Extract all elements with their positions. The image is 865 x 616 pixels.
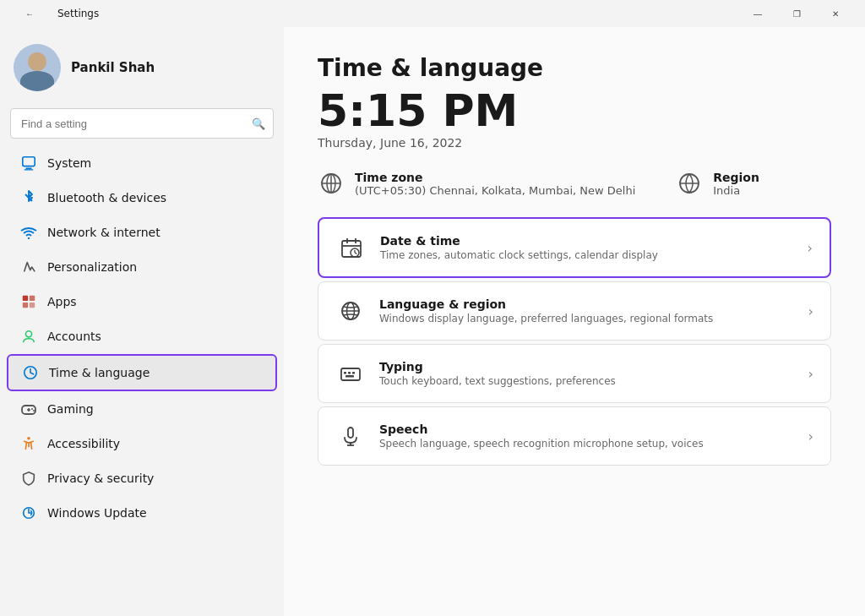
svg-point-5 bbox=[28, 237, 30, 239]
sidebar-item-update[interactable]: Windows Update bbox=[7, 496, 277, 530]
language-icon bbox=[335, 296, 366, 326]
gaming-icon bbox=[20, 401, 37, 417]
svg-rect-40 bbox=[348, 428, 353, 438]
region-label: Region bbox=[713, 171, 759, 184]
sidebar-item-personalization[interactable]: Personalization bbox=[7, 250, 277, 284]
date-time-desc: Time zones, automatic clock settings, ca… bbox=[380, 249, 794, 261]
date-time-text: Date & time Time zones, automatic clock … bbox=[380, 234, 794, 261]
svg-rect-36 bbox=[344, 372, 346, 374]
language-text: Language & region Windows display langua… bbox=[379, 297, 795, 324]
time-icon bbox=[22, 364, 39, 381]
avatar-image bbox=[14, 44, 61, 91]
sidebar-item-apps[interactable]: Apps bbox=[7, 285, 277, 319]
minimize-button[interactable]: — bbox=[738, 0, 777, 27]
titlebar: ← Settings — ❐ ✕ bbox=[0, 0, 865, 27]
current-date: Thursday, June 16, 2022 bbox=[318, 136, 831, 150]
typing-desc: Touch keyboard, text suggestions, prefer… bbox=[379, 375, 795, 387]
accounts-icon bbox=[20, 328, 37, 345]
sidebar-item-label-time: Time & language bbox=[49, 366, 150, 379]
timezone-value: (UTC+05:30) Chennai, Kolkata, Mumbai, Ne… bbox=[355, 184, 635, 197]
content-area: Time & language 5:15 PM Thursday, June 1… bbox=[284, 27, 865, 616]
svg-point-15 bbox=[31, 408, 33, 410]
date-time-title: Date & time bbox=[380, 234, 794, 248]
timezone-text: Time zone (UTC+05:30) Chennai, Kolkata, … bbox=[355, 171, 635, 197]
sidebar-item-gaming[interactable]: Gaming bbox=[7, 392, 277, 426]
sidebar: Pankil Shah 🔍 System Bluetooth & devices bbox=[0, 27, 284, 616]
search-icon: 🔍 bbox=[252, 117, 265, 130]
info-bar: Time zone (UTC+05:30) Chennai, Kolkata, … bbox=[318, 170, 831, 197]
user-name: Pankil Shah bbox=[71, 60, 155, 75]
svg-rect-1 bbox=[25, 167, 31, 169]
close-button[interactable]: ✕ bbox=[816, 0, 855, 27]
svg-point-16 bbox=[33, 410, 35, 412]
region-icon bbox=[676, 170, 703, 197]
sidebar-item-network[interactable]: Network & internet bbox=[7, 215, 277, 249]
accessibility-icon bbox=[20, 435, 37, 452]
svg-point-10 bbox=[25, 331, 31, 337]
speech-desc: Speech language, speech recognition micr… bbox=[379, 438, 795, 450]
current-time: 5:15 PM bbox=[318, 89, 831, 133]
speech-arrow: › bbox=[808, 428, 813, 444]
timezone-icon bbox=[318, 170, 345, 197]
sidebar-item-label-network: Network & internet bbox=[47, 226, 160, 239]
date-time-arrow: › bbox=[808, 240, 813, 256]
svg-rect-2 bbox=[24, 169, 34, 170]
language-title: Language & region bbox=[379, 297, 795, 311]
sidebar-item-label-bluetooth: Bluetooth & devices bbox=[47, 191, 166, 204]
svg-rect-39 bbox=[345, 375, 354, 378]
sidebar-item-time[interactable]: Time & language bbox=[7, 354, 277, 391]
svg-point-17 bbox=[27, 437, 30, 440]
typing-title: Typing bbox=[379, 360, 795, 373]
apps-icon bbox=[20, 293, 37, 310]
system-icon bbox=[20, 155, 37, 172]
maximize-button[interactable]: ❐ bbox=[777, 0, 816, 27]
timezone-label: Time zone bbox=[355, 171, 635, 184]
svg-rect-38 bbox=[352, 372, 355, 374]
language-arrow: › bbox=[808, 303, 813, 319]
page-title: Time & language bbox=[318, 54, 831, 82]
sidebar-item-label-privacy: Privacy & security bbox=[47, 472, 154, 485]
setting-card-speech[interactable]: Speech Speech language, speech recogniti… bbox=[318, 406, 831, 466]
sidebar-item-label-personalization: Personalization bbox=[47, 260, 137, 274]
speech-text: Speech Speech language, speech recogniti… bbox=[379, 422, 795, 450]
svg-rect-37 bbox=[348, 372, 351, 374]
svg-rect-8 bbox=[23, 303, 28, 308]
svg-rect-6 bbox=[23, 296, 28, 301]
region-text: Region India bbox=[713, 171, 759, 197]
typing-icon bbox=[335, 358, 366, 389]
language-desc: Windows display language, preferred lang… bbox=[379, 313, 795, 324]
settings-list: Date & time Time zones, automatic clock … bbox=[318, 217, 831, 466]
speech-icon bbox=[335, 421, 366, 451]
timezone-info: Time zone (UTC+05:30) Chennai, Kolkata, … bbox=[318, 170, 635, 197]
setting-card-typing[interactable]: Typing Touch keyboard, text suggestions,… bbox=[318, 344, 831, 403]
back-button[interactable]: ← bbox=[10, 0, 49, 27]
user-section: Pankil Shah bbox=[0, 27, 284, 105]
sidebar-item-accessibility[interactable]: Accessibility bbox=[7, 427, 277, 461]
sidebar-item-accounts[interactable]: Accounts bbox=[7, 319, 277, 353]
app-body: Pankil Shah 🔍 System Bluetooth & devices bbox=[0, 27, 865, 616]
search-input[interactable] bbox=[10, 108, 274, 139]
sidebar-item-label-gaming: Gaming bbox=[47, 402, 94, 416]
date-time-icon bbox=[336, 232, 367, 263]
search-box: 🔍 bbox=[10, 108, 274, 139]
titlebar-controls: — ❐ ✕ bbox=[738, 0, 855, 27]
privacy-icon bbox=[20, 470, 37, 487]
sidebar-item-label-accounts: Accounts bbox=[47, 330, 101, 343]
sidebar-item-system[interactable]: System bbox=[7, 146, 277, 180]
titlebar-title: Settings bbox=[57, 8, 99, 19]
setting-card-date-time[interactable]: Date & time Time zones, automatic clock … bbox=[318, 217, 831, 278]
region-info: Region India bbox=[676, 170, 759, 197]
setting-card-language[interactable]: Language & region Windows display langua… bbox=[318, 281, 831, 341]
sidebar-item-bluetooth[interactable]: Bluetooth & devices bbox=[7, 181, 277, 215]
speech-title: Speech bbox=[379, 422, 795, 436]
typing-text: Typing Touch keyboard, text suggestions,… bbox=[379, 360, 795, 387]
sidebar-item-privacy[interactable]: Privacy & security bbox=[7, 461, 277, 495]
svg-rect-0 bbox=[23, 157, 35, 166]
avatar bbox=[14, 44, 61, 91]
svg-rect-35 bbox=[341, 368, 360, 380]
svg-line-31 bbox=[355, 253, 357, 254]
network-icon bbox=[20, 224, 37, 241]
sidebar-item-label-update: Windows Update bbox=[47, 506, 147, 520]
sidebar-item-label-system: System bbox=[47, 156, 91, 170]
sidebar-item-label-apps: Apps bbox=[47, 295, 77, 308]
